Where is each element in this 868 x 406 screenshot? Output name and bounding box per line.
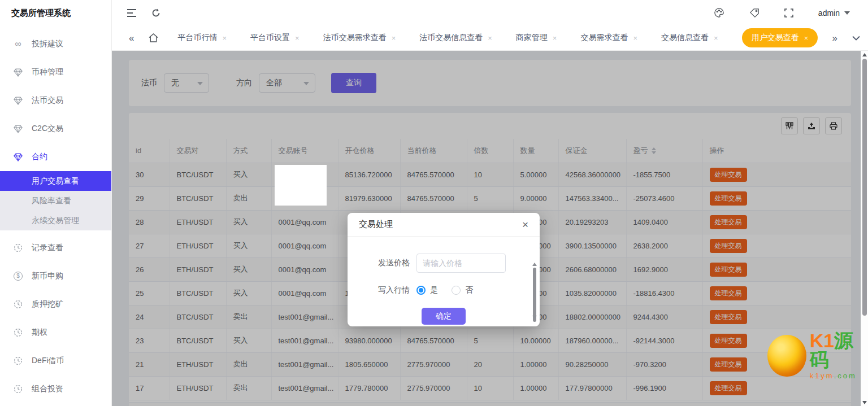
close-icon[interactable]: × bbox=[633, 34, 637, 42]
tab-label: 商家管理 bbox=[516, 33, 548, 43]
confirm-button[interactable]: 确定 bbox=[422, 308, 466, 325]
redaction-box bbox=[275, 165, 327, 206]
radio-selected-icon bbox=[416, 286, 426, 295]
tab-item[interactable]: 交易信息查看 × bbox=[661, 33, 718, 43]
send-price-label: 发送价格 bbox=[348, 258, 416, 268]
watermark: K1源码 k1ym.com bbox=[767, 331, 868, 380]
tab-item[interactable]: 平台币设置 × bbox=[250, 33, 300, 43]
sidebar-item-risk-rate-view[interactable]: 风险率查看 bbox=[0, 191, 111, 211]
watermark-logo-icon bbox=[767, 335, 806, 377]
close-icon[interactable]: × bbox=[392, 34, 396, 42]
sidebar-item-label: DeFi借币 bbox=[32, 356, 64, 366]
radio-yes[interactable]: 是 bbox=[416, 285, 438, 295]
tab-item[interactable]: 用户交易查看 × bbox=[742, 28, 818, 47]
tab-label: 法币交易需求查看 bbox=[323, 33, 387, 43]
sidebar-item-perpetual-management[interactable]: 永续交易管理 bbox=[0, 211, 111, 230]
radio-yes-label: 是 bbox=[430, 285, 438, 295]
tabs: 平台币行情 × 平台币设置 × 法币交易需求查看 × 法币交易信息查看 × 商家… bbox=[177, 28, 818, 47]
fullscreen-icon[interactable] bbox=[784, 8, 793, 18]
tag-icon[interactable] bbox=[749, 8, 760, 18]
tab-label: 平台币行情 bbox=[177, 33, 217, 43]
tab-label: 法币交易信息查看 bbox=[419, 33, 483, 43]
tab-label: 用户交易查看 bbox=[752, 33, 799, 43]
history-icon bbox=[12, 300, 24, 309]
main-content: 法币 无 方向 全部 查询 bbox=[112, 51, 868, 406]
tab-label: 平台币设置 bbox=[250, 33, 290, 43]
close-icon[interactable]: × bbox=[222, 34, 227, 42]
scroll-up-icon[interactable] bbox=[862, 53, 867, 56]
tabs-menu-chevron-icon[interactable] bbox=[852, 36, 860, 41]
dialog-scrollbar[interactable] bbox=[532, 263, 537, 319]
watermark-brand: K1源码 bbox=[810, 331, 868, 369]
sidebar-item-staking[interactable]: 质押挖矿 bbox=[0, 290, 111, 318]
sidebar-item-defi-lending[interactable]: DeFi借币 bbox=[0, 347, 111, 375]
refresh-icon[interactable] bbox=[151, 8, 160, 18]
sidebar: 交易所管理系统 ∞ 投拆建议 币种管理 法币交易 C2C交易 bbox=[0, 0, 112, 406]
tab-item[interactable]: 商家管理 × bbox=[516, 33, 557, 43]
dialog-body: 发送价格 写入行情 是 否 确定 bbox=[348, 237, 540, 325]
sidebar-item-portfolio[interactable]: 组合投资 bbox=[0, 375, 111, 403]
history-icon bbox=[12, 385, 24, 394]
theme-palette-icon[interactable] bbox=[714, 7, 724, 18]
sidebar-item-fiat-trade[interactable]: 法币交易 bbox=[0, 86, 111, 115]
radio-unselected-icon bbox=[452, 286, 461, 295]
sidebar-item-contract[interactable]: 合约 bbox=[0, 143, 111, 171]
page-scrollbar[interactable] bbox=[861, 51, 868, 406]
close-icon[interactable]: × bbox=[295, 34, 300, 42]
watermark-domain: k1ym.com bbox=[810, 372, 868, 380]
gem-icon bbox=[12, 68, 24, 77]
tab-label: 交易信息查看 bbox=[661, 33, 709, 43]
close-icon[interactable]: × bbox=[488, 34, 492, 42]
chevron-down-icon bbox=[844, 11, 850, 15]
write-quote-label: 写入行情 bbox=[348, 285, 416, 295]
sidebar-item-label: 质押挖矿 bbox=[32, 299, 63, 309]
scroll-up-icon[interactable] bbox=[532, 263, 537, 266]
sidebar-item-label: 投拆建议 bbox=[32, 39, 63, 49]
sidebar-item-label: 新币申购 bbox=[32, 271, 63, 281]
history-icon bbox=[12, 328, 24, 337]
scrollbar-thumb[interactable] bbox=[533, 268, 536, 322]
username: admin bbox=[818, 8, 840, 18]
history-icon bbox=[12, 356, 24, 365]
scroll-down-icon[interactable] bbox=[862, 401, 867, 404]
tab-item[interactable]: 平台币行情 × bbox=[177, 33, 227, 43]
user-menu[interactable]: admin bbox=[818, 8, 850, 18]
sidebar-item-user-trade-view[interactable]: 用户交易查看 bbox=[0, 171, 111, 191]
trade-process-dialog: 交易处理 × 发送价格 写入行情 是 否 bbox=[348, 213, 540, 326]
tab-bar: « 平台币行情 × 平台币设置 × 法币交易需求查看 × 法币交易信息查看 × … bbox=[112, 25, 868, 51]
close-icon[interactable]: × bbox=[804, 34, 809, 42]
dollar-icon: $ bbox=[12, 272, 24, 281]
scrollbar-thumb[interactable] bbox=[862, 59, 867, 316]
gem-icon bbox=[12, 153, 24, 161]
sidebar-item-label: 记录查看 bbox=[32, 243, 63, 253]
dialog-header: 交易处理 × bbox=[348, 213, 540, 237]
tabs-scroll-left-icon[interactable]: « bbox=[129, 33, 134, 43]
sidebar-item-new-coin[interactable]: $ 新币申购 bbox=[0, 262, 111, 290]
collapse-sidebar-icon[interactable] bbox=[127, 9, 137, 17]
app-title: 交易所管理系统 bbox=[0, 0, 111, 25]
tabs-scroll-right-icon[interactable]: » bbox=[832, 33, 837, 43]
scroll-down-icon[interactable] bbox=[532, 316, 537, 319]
gem-icon bbox=[12, 125, 24, 133]
home-icon[interactable] bbox=[149, 33, 158, 42]
sidebar-item-complaints[interactable]: ∞ 投拆建议 bbox=[0, 30, 111, 58]
tab-item[interactable]: 交易需求查看 × bbox=[580, 33, 637, 43]
sidebar-item-c2c-trade[interactable]: C2C交易 bbox=[0, 115, 111, 143]
sidebar-item-label: C2C交易 bbox=[32, 124, 63, 134]
tab-item[interactable]: 法币交易信息查看 × bbox=[419, 33, 492, 43]
radio-no[interactable]: 否 bbox=[452, 285, 473, 295]
close-icon[interactable]: × bbox=[714, 34, 718, 42]
sidebar-item-options[interactable]: 期权 bbox=[0, 318, 111, 347]
close-icon[interactable]: × bbox=[522, 219, 528, 230]
close-icon[interactable]: × bbox=[553, 34, 557, 42]
history-icon bbox=[12, 243, 24, 252]
tab-label: 交易需求查看 bbox=[580, 33, 628, 43]
send-price-input[interactable] bbox=[416, 254, 506, 273]
sidebar-item-coin-management[interactable]: 币种管理 bbox=[0, 58, 111, 86]
sidebar-item-label: 合约 bbox=[32, 152, 47, 162]
tab-item[interactable]: 法币交易需求查看 × bbox=[323, 33, 396, 43]
dialog-title: 交易处理 bbox=[359, 219, 393, 230]
top-header: admin bbox=[112, 0, 868, 25]
gem-icon bbox=[12, 97, 24, 105]
sidebar-item-records[interactable]: 记录查看 bbox=[0, 234, 111, 262]
